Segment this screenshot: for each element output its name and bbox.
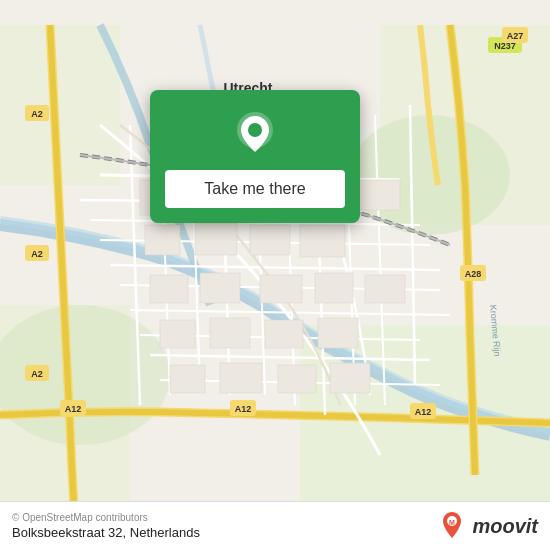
svg-rect-64 (170, 365, 205, 393)
moovit-text: moovit (472, 515, 538, 538)
svg-rect-66 (278, 365, 316, 393)
svg-text:A12: A12 (65, 404, 82, 414)
svg-text:A2: A2 (31, 369, 43, 379)
svg-rect-50 (355, 180, 400, 210)
copyright-text: © OpenStreetMap contributors (12, 512, 200, 523)
svg-rect-51 (145, 225, 180, 255)
svg-text:A2: A2 (31, 249, 43, 259)
svg-text:A27: A27 (507, 31, 524, 41)
svg-text:M: M (450, 519, 456, 526)
svg-rect-60 (160, 320, 195, 348)
svg-text:A28: A28 (465, 269, 482, 279)
map-container: A2 A2 A2 A12 A12 A12 A28 N237 A27 Kromme… (0, 0, 550, 550)
svg-text:A12: A12 (415, 407, 432, 417)
popup-card: Take me there (150, 90, 360, 223)
bottom-left-info: © OpenStreetMap contributors Bolksbeekst… (12, 512, 200, 540)
moovit-logo: M moovit (436, 510, 538, 542)
address-text: Bolksbeekstraat 32, Netherlands (12, 525, 200, 540)
svg-text:A12: A12 (235, 404, 252, 414)
svg-rect-61 (210, 318, 250, 348)
svg-rect-59 (365, 275, 405, 303)
svg-rect-52 (195, 223, 237, 255)
bottom-bar: © OpenStreetMap contributors Bolksbeekst… (0, 501, 550, 550)
svg-text:A2: A2 (31, 109, 43, 119)
svg-rect-62 (265, 320, 303, 348)
svg-rect-57 (260, 275, 302, 303)
location-pin-icon (231, 110, 279, 158)
svg-rect-67 (330, 363, 370, 393)
svg-rect-56 (200, 273, 240, 303)
svg-rect-54 (300, 225, 345, 257)
moovit-icon: M (436, 510, 468, 542)
svg-rect-53 (250, 225, 290, 255)
take-me-there-button[interactable]: Take me there (165, 170, 345, 208)
svg-rect-65 (220, 363, 262, 393)
svg-rect-55 (150, 275, 188, 303)
svg-point-70 (248, 123, 262, 137)
svg-rect-63 (318, 318, 358, 348)
map-background: A2 A2 A2 A12 A12 A12 A28 N237 A27 Kromme… (0, 0, 550, 550)
svg-rect-58 (315, 273, 353, 303)
